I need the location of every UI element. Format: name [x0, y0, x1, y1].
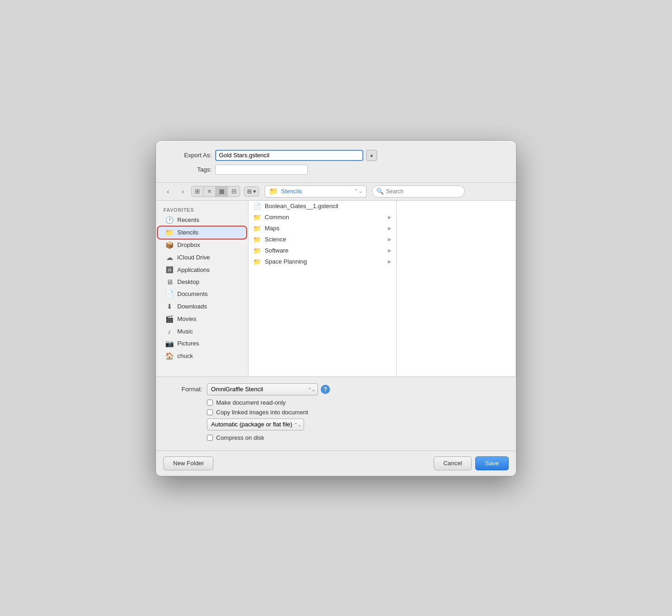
stencils-folder-icon: 📁 [165, 228, 174, 237]
package-select[interactable]: Automatic (package or flat file) [207, 419, 304, 431]
icloud-icon: ☁ [165, 253, 174, 262]
package-select-wrapper: Automatic (package or flat file) ⌃⌄ [207, 419, 304, 431]
file-item-boolean-gates[interactable]: 📄 Boolean_Gates__1.gstencil [249, 201, 396, 212]
arrow-icon-maps: ▶ [388, 226, 392, 231]
sidebar-item-label-pictures: Pictures [177, 340, 199, 347]
arrange-arrow-icon: ▾ [253, 188, 256, 195]
right-panel [397, 201, 516, 376]
sidebar-item-chuck[interactable]: 🏠 chuck [158, 350, 246, 362]
read-only-row: Make document read-only [207, 399, 507, 406]
downloads-icon: ⬇ [165, 302, 174, 311]
back-icon: ‹ [167, 188, 169, 195]
documents-icon: 📄 [165, 290, 174, 298]
package-select-row: Automatic (package or flat file) ⌃⌄ [207, 419, 507, 431]
arrow-icon-software: ▶ [388, 248, 392, 253]
sidebar-item-downloads[interactable]: ⬇ Downloads [158, 301, 246, 313]
sidebar-item-dropbox[interactable]: 📦 Dropbox [158, 239, 246, 251]
format-select[interactable]: OmniGraffle Stencil [207, 383, 318, 395]
location-label: Stencils [281, 188, 302, 195]
export-as-label: Export As: [170, 152, 212, 159]
sidebar-item-label-chuck: chuck [177, 352, 193, 359]
view-gallery-button[interactable]: ⊟ [228, 186, 240, 197]
top-section: Export As: ▲ Tags: [156, 141, 516, 183]
sidebar-item-label-stencils: Stencils [177, 229, 199, 236]
sidebar-item-label-desktop: Desktop [177, 278, 199, 285]
footer-left: New Folder [163, 456, 434, 470]
forward-icon: › [182, 188, 184, 195]
file-label-science: Science [265, 236, 286, 243]
search-input[interactable] [386, 188, 460, 195]
copy-images-checkbox[interactable] [207, 409, 213, 415]
format-label: Format: [165, 386, 202, 393]
bottom-section: Format: OmniGraffle Stencil ⌃⌄ ? Make do… [156, 376, 516, 450]
sidebar-item-label-recents: Recents [177, 216, 199, 223]
music-icon: ♪ [165, 327, 174, 335]
file-list: 📄 Boolean_Gates__1.gstencil 📁 Common ▶ 📁… [249, 201, 397, 376]
format-row: Format: OmniGraffle Stencil ⌃⌄ ? [165, 383, 507, 395]
save-button[interactable]: Save [475, 456, 509, 470]
main-content: Favorites 🕐 Recents 📁 Stencils 📦 Dropbox… [156, 201, 516, 376]
cancel-button[interactable]: Cancel [434, 456, 472, 470]
sidebar-item-music[interactable]: ♪ Music [158, 326, 246, 337]
expand-button[interactable]: ▲ [366, 150, 377, 161]
arrange-button[interactable]: ⊞ ▾ [244, 186, 259, 197]
folder-icon-space-planning: 📁 [253, 258, 261, 265]
view-list-icon: ≡ [208, 188, 212, 195]
sidebar-item-icloud[interactable]: ☁ iCloud Drive [158, 252, 246, 264]
copy-images-row: Copy linked images into document [207, 409, 507, 416]
view-list-button[interactable]: ≡ [204, 186, 216, 197]
arrow-icon-science: ▶ [388, 237, 392, 242]
back-button[interactable]: ‹ [162, 186, 174, 197]
sidebar-item-movies[interactable]: 🎬 Movies [158, 313, 246, 325]
export-as-input[interactable] [215, 150, 363, 161]
view-group: ⊞ ≡ ▦ ⊟ [191, 186, 240, 197]
sidebar-item-label-icloud: iCloud Drive [177, 254, 210, 261]
options-area: Make document read-only Copy linked imag… [165, 399, 507, 441]
compress-label: Compress on disk [216, 434, 264, 441]
format-select-wrapper-inner: OmniGraffle Stencil ⌃⌄ [207, 383, 318, 395]
toolbar: ‹ › ⊞ ≡ ▦ ⊟ ⊞ ▾ 📁 Stencils ⌃⌄ [156, 183, 516, 201]
forward-button[interactable]: › [176, 186, 189, 197]
folder-icon-software: 📁 [253, 247, 261, 254]
location-chevrons-icon: ⌃⌄ [354, 188, 362, 194]
file-label-maps: Maps [265, 225, 280, 232]
sidebar-item-documents[interactable]: 📄 Documents [158, 288, 246, 300]
sidebar-item-recents[interactable]: 🕐 Recents [158, 214, 246, 226]
help-button[interactable]: ? [321, 385, 330, 394]
file-item-maps[interactable]: 📁 Maps ▶ [249, 223, 396, 234]
read-only-checkbox[interactable] [207, 400, 213, 406]
folder-icon-science: 📁 [253, 236, 261, 243]
new-folder-button[interactable]: New Folder [163, 456, 213, 470]
file-icon-boolean-gates: 📄 [253, 203, 261, 210]
location-folder-icon: 📁 [269, 187, 278, 196]
view-gallery-icon: ⊟ [231, 188, 236, 195]
file-label-boolean-gates: Boolean_Gates__1.gstencil [265, 203, 338, 209]
movies-icon: 🎬 [165, 315, 174, 323]
sidebar-section-title: Favorites [156, 205, 248, 214]
file-item-science[interactable]: 📁 Science ▶ [249, 234, 396, 245]
export-as-row: Export As: ▲ [170, 150, 502, 161]
sidebar-item-applications[interactable]: 🅰 Applications [158, 264, 246, 276]
file-label-common: Common [265, 214, 289, 221]
footer: New Folder Cancel Save [156, 450, 516, 476]
location-selector[interactable]: 📁 Stencils ⌃⌄ [265, 185, 367, 197]
view-icons-icon: ⊞ [195, 188, 200, 195]
file-item-software[interactable]: 📁 Software ▶ [249, 245, 396, 256]
file-label-software: Software [265, 247, 288, 254]
help-icon: ? [324, 386, 327, 393]
desktop-icon: 🖥 [165, 278, 174, 286]
tags-input[interactable] [215, 165, 308, 175]
arrow-icon-space-planning: ▶ [388, 259, 392, 264]
compress-checkbox[interactable] [207, 435, 213, 441]
file-item-common[interactable]: 📁 Common ▶ [249, 212, 396, 223]
sidebar-item-stencils[interactable]: 📁 Stencils [158, 227, 246, 239]
dropbox-icon: 📦 [165, 241, 174, 249]
view-columns-button[interactable]: ▦ [216, 186, 228, 197]
search-box: 🔍 [372, 185, 465, 197]
file-item-space-planning[interactable]: 📁 Space Planning ▶ [249, 256, 396, 267]
view-icons-button[interactable]: ⊞ [192, 186, 204, 197]
sidebar-item-desktop[interactable]: 🖥 Desktop [158, 276, 246, 288]
sidebar-item-pictures[interactable]: 📷 Pictures [158, 338, 246, 350]
read-only-label: Make document read-only [216, 399, 286, 406]
tags-row: Tags: [170, 165, 502, 175]
